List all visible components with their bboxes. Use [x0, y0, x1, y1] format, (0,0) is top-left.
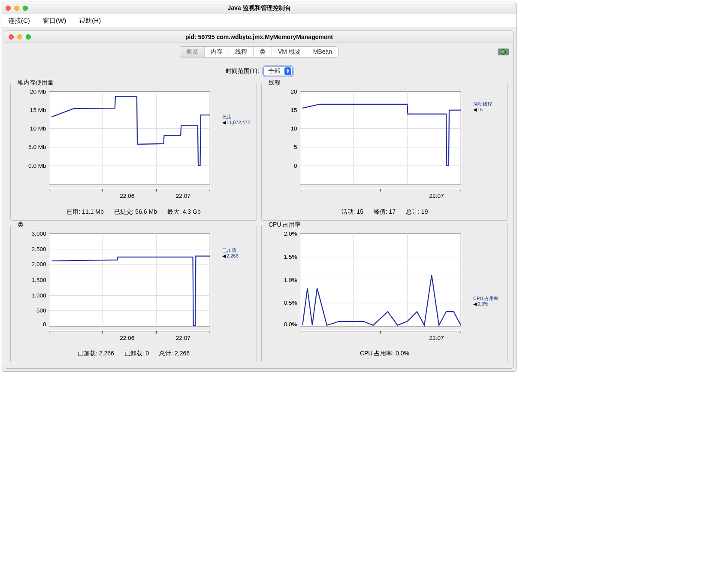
tab-mbean[interactable]: MBean: [307, 47, 338, 57]
tab-toolbar: 概览 内存 线程 类 VM 概要 MBean: [5, 43, 513, 61]
panel-threads-title: 线程: [266, 79, 283, 87]
maximize-icon[interactable]: [23, 6, 28, 11]
svg-text:1.0%: 1.0%: [284, 276, 297, 283]
svg-text:10: 10: [291, 125, 298, 132]
svg-rect-19: [300, 91, 461, 184]
cpu-stats: CPU 占用率: 0.0%: [266, 346, 503, 358]
time-range-label: 时间范围(T):: [226, 67, 259, 75]
connection-status-icon: [498, 48, 509, 55]
time-range-select[interactable]: 全部 ▲▼: [263, 67, 293, 76]
inner-window: pid: 59795 com.wdbyte.jmx.MyMemoryManage…: [5, 30, 514, 369]
menu-connect[interactable]: 连接(C): [8, 17, 30, 24]
window-title: Java 监视和管理控制台: [2, 4, 516, 12]
svg-text:22:07: 22:07: [176, 193, 190, 199]
svg-text:22:07: 22:07: [429, 334, 444, 341]
svg-text:2.0%: 2.0%: [284, 230, 297, 236]
svg-text:0: 0: [294, 163, 297, 169]
cpu-marker: CPU 占用率 ◀0.0%: [473, 296, 503, 307]
minimize-icon[interactable]: [17, 34, 22, 39]
inner-window-title: pid: 59795 com.wdbyte.jmx.MyMemoryManage…: [5, 33, 513, 40]
svg-rect-0: [49, 91, 210, 184]
tab-threads[interactable]: 线程: [229, 47, 254, 57]
tab-memory[interactable]: 内存: [205, 47, 229, 57]
svg-text:0.0%: 0.0%: [284, 321, 297, 327]
svg-text:5.0 Mb: 5.0 Mb: [28, 144, 46, 150]
svg-text:2,000: 2,000: [32, 261, 46, 267]
tab-vmsummary[interactable]: VM 概要: [272, 47, 307, 57]
menu-window[interactable]: 窗口(W): [43, 17, 66, 24]
tab-segment: 概览 内存 线程 类 VM 概要 MBean: [180, 46, 338, 58]
panel-threads: 线程: [261, 83, 508, 221]
svg-text:0: 0: [43, 321, 46, 327]
classes-marker: 已加载 ◀2,266: [222, 248, 252, 259]
svg-text:10 Mb: 10 Mb: [30, 125, 46, 132]
svg-text:22:06: 22:06: [120, 193, 134, 199]
panel-heap: 堆内存使用量: [10, 83, 257, 221]
svg-text:500: 500: [36, 307, 46, 314]
svg-text:15: 15: [291, 107, 297, 113]
svg-text:2,500: 2,500: [32, 246, 46, 252]
panel-cpu: CPU 占用率: [261, 225, 508, 363]
time-range-row: 时间范围(T): 全部 ▲▼: [5, 61, 513, 79]
svg-text:0.0 Mb: 0.0 Mb: [28, 163, 46, 169]
main-window: Java 监视和管理控制台 连接(C) 窗口(W) 帮助(H) pid: 597…: [2, 2, 517, 372]
heap-chart: 20 Mb 15 Mb 10 Mb 5.0 Mb 0.0 Mb: [15, 87, 220, 204]
classes-chart: 3,000 2,500 2,000 1,500 1,000 500 0: [15, 229, 220, 346]
svg-text:1,500: 1,500: [32, 276, 46, 283]
panel-classes-title: 类: [15, 221, 26, 229]
classes-stats: 已加载: 2,266 已卸载: 0 总计: 2,266: [15, 346, 252, 358]
minimize-icon[interactable]: [14, 6, 19, 11]
svg-text:5: 5: [294, 144, 297, 150]
tab-overview[interactable]: 概览: [180, 47, 205, 57]
svg-text:22:07: 22:07: [429, 193, 444, 199]
chart-grid: 堆内存使用量: [5, 79, 513, 368]
close-icon[interactable]: [9, 34, 14, 39]
maximize-icon[interactable]: [26, 34, 31, 39]
svg-text:15 Mb: 15 Mb: [30, 107, 46, 113]
heap-stats: 已用: 11.1 Mb 已提交: 56.6 Mb 最大: 4.3 Gb: [15, 204, 252, 216]
svg-text:1,000: 1,000: [32, 292, 46, 299]
panel-classes: 类: [10, 225, 257, 363]
menu-help[interactable]: 帮助(H): [79, 17, 101, 24]
inner-titlebar: pid: 59795 com.wdbyte.jmx.MyMemoryManage…: [5, 31, 513, 43]
panel-heap-title: 堆内存使用量: [15, 79, 56, 87]
tab-classes[interactable]: 类: [254, 47, 272, 57]
svg-text:1.5%: 1.5%: [284, 254, 297, 260]
svg-text:22:06: 22:06: [120, 334, 134, 341]
svg-text:3,000: 3,000: [32, 230, 46, 236]
titlebar: Java 监视和管理控制台: [2, 2, 516, 14]
svg-text:20 Mb: 20 Mb: [30, 88, 46, 95]
svg-text:0.5%: 0.5%: [284, 300, 297, 306]
heap-marker: 已用 ◀11,072,472: [222, 114, 252, 125]
threads-marker: 活动线程 ◀15: [473, 101, 503, 112]
svg-text:20: 20: [291, 88, 298, 95]
chevron-updown-icon: ▲▼: [284, 67, 291, 75]
threads-chart: 20 15 10 5 0: [266, 87, 471, 204]
cpu-chart: 2.0% 1.5% 1.0% 0.5% 0.0%: [266, 229, 471, 346]
menubar: 连接(C) 窗口(W) 帮助(H): [2, 14, 516, 28]
close-icon[interactable]: [6, 6, 11, 11]
threads-stats: 活动: 15 峰值: 17 总计: 19: [266, 204, 503, 216]
time-range-value: 全部: [268, 67, 280, 75]
svg-text:22:07: 22:07: [176, 334, 190, 341]
panel-cpu-title: CPU 占用率: [266, 221, 303, 229]
